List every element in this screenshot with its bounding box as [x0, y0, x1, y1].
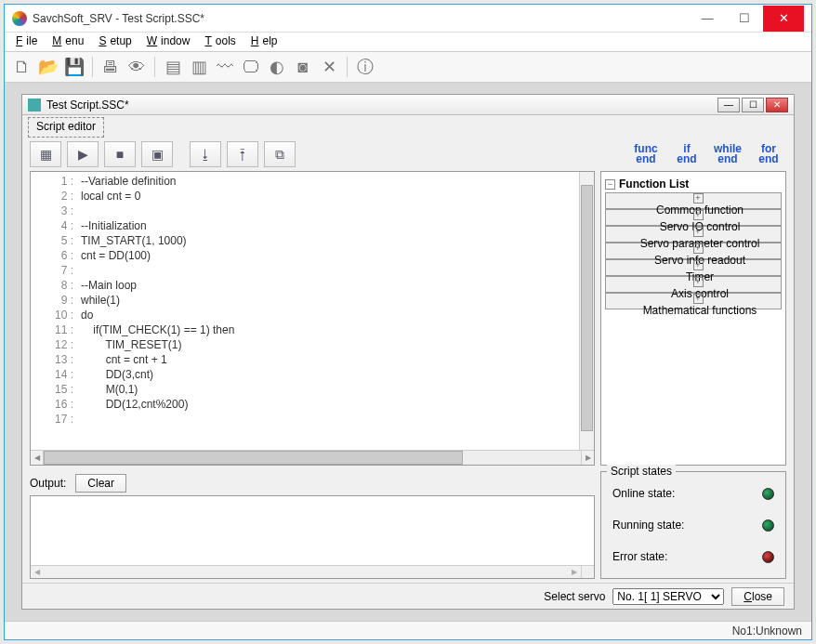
- titlebar: SavchSoft_SRV - Test Script.SSC*: [5, 5, 811, 33]
- menu-file[interactable]: File: [12, 34, 45, 49]
- expand-icon[interactable]: +: [693, 294, 704, 304]
- menu-bar: File Menu Setup Window Tools Help: [5, 33, 811, 51]
- error-state-row: Error state:: [607, 541, 780, 572]
- editor-horizontal-scrollbar[interactable]: ◀▶: [31, 450, 594, 465]
- expand-icon[interactable]: +: [693, 277, 704, 287]
- function-list-root[interactable]: − Function List: [605, 176, 782, 192]
- editor-vertical-scrollbar[interactable]: [579, 172, 594, 450]
- select-servo-label: Select servo: [544, 590, 605, 603]
- online-led-icon: [762, 488, 774, 500]
- scope-icon[interactable]: 〰: [213, 55, 237, 79]
- menu-help[interactable]: Help: [247, 34, 285, 49]
- output-header: Output: Clear: [30, 471, 595, 495]
- function-list-item[interactable]: +Timer: [605, 259, 782, 276]
- script-states-group: Script states Online state: Running stat…: [600, 471, 786, 579]
- menu-tools[interactable]: Tools: [201, 34, 243, 49]
- open-file-icon[interactable]: 📂: [36, 55, 60, 79]
- snippet-while[interactable]: whileend: [710, 144, 745, 164]
- minimize-button[interactable]: [689, 6, 726, 32]
- snippet-func[interactable]: funcend: [628, 144, 664, 164]
- function-list-panel: − Function List +Common function+Servo I…: [600, 171, 786, 466]
- output-label: Output:: [30, 477, 66, 490]
- param-list-icon[interactable]: ▤: [161, 55, 185, 79]
- motor-icon[interactable]: ◙: [291, 55, 315, 79]
- toolbar-separator: [154, 57, 155, 77]
- tools-icon[interactable]: ✕: [317, 55, 341, 79]
- script-child-window: Test Script.SSC* — ☐ ✕ Script editor ▦ ▶…: [21, 94, 795, 610]
- line-gutter: 1 : 2 : 3 : 4 : 5 : 6 : 7 : 8 : 9 : 10 :…: [31, 172, 77, 450]
- expand-icon[interactable]: +: [693, 243, 704, 254]
- close-button[interactable]: [763, 6, 804, 32]
- status-text: No1:Unknown: [732, 624, 802, 637]
- main-window: SavchSoft_SRV - Test Script.SSC* File Me…: [4, 4, 812, 640]
- tab-strip: Script editor: [22, 115, 794, 138]
- expand-icon[interactable]: +: [693, 193, 704, 204]
- error-led-icon: [762, 551, 774, 563]
- output-horizontal-scrollbar[interactable]: ◀▶: [31, 565, 581, 578]
- function-list-item[interactable]: +Common function: [605, 192, 782, 209]
- app-icon: [12, 11, 27, 26]
- menu-window[interactable]: Window: [143, 34, 198, 49]
- debug-icon[interactable]: ⧉: [264, 141, 296, 167]
- toolbar-separator: [347, 57, 348, 77]
- gauge-icon[interactable]: ◐: [265, 55, 289, 79]
- menu-setup[interactable]: Setup: [95, 34, 138, 49]
- expand-icon[interactable]: +: [693, 210, 704, 220]
- close-child-button[interactable]: Close: [731, 587, 784, 606]
- info-icon[interactable]: ⓘ: [353, 55, 377, 79]
- online-state-row: Online state:: [607, 478, 780, 509]
- tab-script-editor[interactable]: Script editor: [28, 117, 104, 138]
- upload-icon[interactable]: ⭱: [227, 141, 258, 167]
- download-icon[interactable]: ⭳: [190, 141, 221, 167]
- function-list-item[interactable]: +Axis control: [605, 276, 782, 293]
- child-maximize-button[interactable]: ☐: [742, 98, 764, 112]
- child-minimize-button[interactable]: —: [717, 98, 740, 112]
- monitor-icon[interactable]: 🖵: [239, 55, 263, 79]
- new-file-icon[interactable]: 🗋: [10, 55, 34, 79]
- toolbar-separator: [92, 57, 93, 77]
- output-textarea[interactable]: ◀▶: [30, 495, 595, 579]
- preview-icon[interactable]: 👁: [125, 55, 149, 79]
- snippet-for[interactable]: forend: [751, 144, 786, 164]
- param-list2-icon[interactable]: ▥: [187, 55, 211, 79]
- status-bar: No1:Unknown: [5, 621, 811, 639]
- collapse-icon[interactable]: −: [605, 179, 615, 190]
- child-title: Test Script.SSC*: [46, 99, 717, 112]
- run-icon[interactable]: ▶: [67, 141, 99, 167]
- function-list-item[interactable]: +Servo IO control: [605, 209, 782, 226]
- code-lines[interactable]: --Variable definitionlocal cnt = 0--Init…: [77, 172, 579, 450]
- code-editor[interactable]: 1 : 2 : 3 : 4 : 5 : 6 : 7 : 8 : 9 : 10 :…: [30, 171, 595, 466]
- expand-icon[interactable]: +: [693, 227, 704, 237]
- function-list-item[interactable]: +Mathematical functions: [605, 293, 782, 309]
- running-led-icon: [762, 519, 774, 532]
- menu-menu[interactable]: Menu: [48, 34, 91, 49]
- clear-output-button[interactable]: Clear: [75, 474, 126, 493]
- servo-select[interactable]: No. 1[ 1] SERVO: [612, 588, 724, 605]
- expand-icon[interactable]: +: [693, 260, 704, 270]
- compile-icon[interactable]: ▦: [30, 141, 61, 167]
- running-state-row: Running state:: [607, 509, 780, 541]
- maximize-button[interactable]: [726, 6, 763, 32]
- stop-icon[interactable]: ■: [104, 141, 136, 167]
- script-toolbar: ▦ ▶ ■ ▣ ⭳ ⭱ ⧉ funcend ifend whileend for…: [22, 138, 794, 171]
- mdi-area: Test Script.SSC* — ☐ ✕ Script editor ▦ ▶…: [5, 83, 811, 621]
- snippet-if[interactable]: ifend: [669, 144, 704, 164]
- step-icon[interactable]: ▣: [141, 141, 173, 167]
- child-bottom-bar: Select servo No. 1[ 1] SERVO Close: [22, 583, 794, 609]
- child-window-icon: [28, 99, 41, 112]
- window-title: SavchSoft_SRV - Test Script.SSC*: [33, 12, 689, 25]
- child-titlebar: Test Script.SSC* — ☐ ✕: [22, 95, 794, 115]
- window-controls: [689, 6, 804, 32]
- child-close-button[interactable]: ✕: [766, 98, 788, 112]
- states-legend: Script states: [607, 465, 676, 478]
- print-icon[interactable]: 🖶: [99, 55, 123, 79]
- save-file-icon[interactable]: 💾: [62, 55, 86, 79]
- function-list-item[interactable]: +Servo parameter control: [605, 226, 782, 243]
- main-toolbar: 🗋 📂 💾 🖶 👁 ▤ ▥ 〰 🖵 ◐ ◙ ✕ ⓘ: [5, 51, 811, 83]
